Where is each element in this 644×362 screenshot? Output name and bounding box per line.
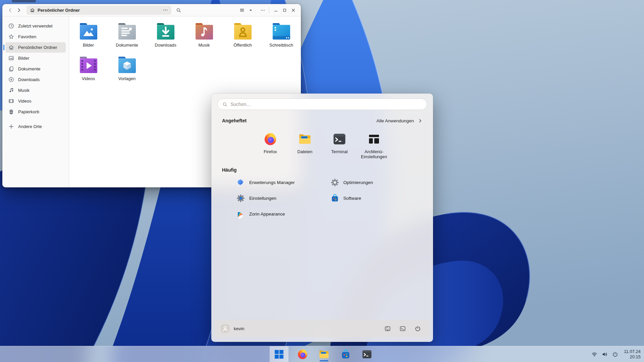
folder-icon-template xyxy=(117,56,138,74)
taskbar-clock[interactable]: 11.07.24 20:15 xyxy=(624,349,641,360)
sidebar-item-label: Zuletzt verwendet xyxy=(18,23,53,28)
sidebar-item-favoriten[interactable]: Favoriten xyxy=(5,32,66,42)
folder-icon-desktop xyxy=(271,22,292,41)
path-bar[interactable]: Persönlicher Ordner xyxy=(26,6,171,15)
chevron-right-icon xyxy=(418,119,422,123)
frequent-app-label: Optimierungen xyxy=(343,180,373,185)
gear-light-icon xyxy=(330,178,339,187)
files-button[interactable] xyxy=(384,325,391,332)
sidebar-item-label: Musik xyxy=(18,88,30,93)
folder-icon-image xyxy=(78,22,99,41)
pinned-app-terminal[interactable]: Terminal xyxy=(322,132,357,159)
arcmenu-icon xyxy=(367,132,381,146)
music-icon xyxy=(8,87,14,93)
folder-ffentlich[interactable]: Öffentlich xyxy=(226,22,260,55)
all-apps-button[interactable]: Alle Anwendungen xyxy=(376,118,422,123)
frequent-app-optimierungen[interactable]: Optimierungen xyxy=(325,177,419,188)
folder-dokumente[interactable]: Dokumente xyxy=(110,22,144,55)
taskbar[interactable]: 11.07.24 20:15 xyxy=(0,346,644,362)
titlebar[interactable]: Persönlicher Ordner xyxy=(2,4,301,16)
folder-label: Dokumente xyxy=(116,43,138,48)
power-icon xyxy=(415,325,421,332)
pinned-app-firefox[interactable]: Firefox xyxy=(253,132,288,159)
frequent-app-zorin-appearance[interactable]: Zorin Appearance xyxy=(231,208,325,220)
power-icon xyxy=(612,351,618,357)
pinned-app-label: Firefox xyxy=(264,149,277,154)
folder-bilder[interactable]: Bilder xyxy=(71,22,105,55)
folder-downloads[interactable]: Downloads xyxy=(149,22,182,55)
forward-icon[interactable] xyxy=(14,6,23,14)
power-button[interactable] xyxy=(415,325,421,332)
start-icon xyxy=(275,350,283,359)
firefox-icon xyxy=(297,349,308,360)
pinned-header: Angeheftet xyxy=(222,118,247,123)
minimize-icon[interactable] xyxy=(271,6,280,14)
terminal-button[interactable] xyxy=(399,325,406,332)
sidebar-item-musik[interactable]: Musik xyxy=(5,85,66,96)
taskbar-software[interactable] xyxy=(338,347,353,362)
files-app-icon xyxy=(318,349,330,360)
list-view-icon[interactable] xyxy=(237,6,246,14)
tray-icons xyxy=(591,351,618,357)
back-icon[interactable] xyxy=(6,6,14,14)
folder-icon-music xyxy=(194,22,215,41)
close-icon[interactable] xyxy=(289,6,298,14)
path-title: Persönlicher Ordner xyxy=(38,8,80,13)
menu-search-input[interactable] xyxy=(230,102,422,107)
running-indicator xyxy=(320,360,328,361)
home-icon xyxy=(8,45,14,50)
puzzle-icon xyxy=(236,178,245,187)
tray-power-button[interactable] xyxy=(612,351,618,357)
firefox-icon xyxy=(263,132,277,146)
menu-footer: kevin xyxy=(215,320,430,337)
sidebar-item-bilder[interactable]: Bilder xyxy=(5,53,66,63)
pinned-app-arcmen-einstellungen[interactable]: ArcMenü-Einstellungen xyxy=(357,132,391,159)
volume-icon xyxy=(602,351,608,357)
tray-time: 20:15 xyxy=(624,354,641,360)
taskbar-files[interactable] xyxy=(317,347,331,362)
system-tray[interactable]: 11.07.24 20:15 xyxy=(591,346,641,362)
maximize-icon[interactable] xyxy=(280,6,289,14)
sidebar-item-andere-orte[interactable]: Andere Orte xyxy=(5,121,66,132)
sidebar-item-zuletzt-verwendet[interactable]: Zuletzt verwendet xyxy=(5,21,66,31)
all-apps-label: Alle Anwendungen xyxy=(376,118,414,123)
tray-volume-button[interactable] xyxy=(602,351,608,357)
folder-label: Musik xyxy=(199,43,210,48)
tray-wifi-button[interactable] xyxy=(591,351,597,357)
user-button[interactable]: kevin xyxy=(221,324,245,333)
frequent-app-software[interactable]: Software xyxy=(325,193,419,204)
start-button[interactable] xyxy=(270,346,288,362)
sidebar-item-downloads[interactable]: Downloads xyxy=(5,74,66,85)
sidebar-item-videos[interactable]: Videos xyxy=(5,96,66,106)
folder-schreibtisch[interactable]: Schreibtisch xyxy=(264,22,298,55)
folder-label: Vorlagen xyxy=(118,76,136,81)
taskbar-terminal[interactable] xyxy=(360,347,374,362)
sidebar-item-pers-nlicher-ordner[interactable]: Persönlicher Ordner xyxy=(5,42,66,53)
view-options-caret-icon[interactable] xyxy=(246,6,255,14)
folder-label: Schreibtisch xyxy=(269,43,293,48)
image-icon xyxy=(8,55,14,61)
plus-icon xyxy=(8,124,14,129)
folder-vorlagen[interactable]: Vorlagen xyxy=(110,56,144,88)
folder-musik[interactable]: Musik xyxy=(187,22,221,55)
taskbar-items xyxy=(270,346,374,362)
sidebar-item-label: Videos xyxy=(18,99,32,104)
frequent-app-label: Erweiterungs Manager xyxy=(249,180,295,185)
pinned-app-dateien[interactable]: Dateien xyxy=(288,132,322,159)
window-menu-icon[interactable] xyxy=(258,6,267,14)
video-icon xyxy=(8,98,14,104)
sidebar-item-label: Favoriten xyxy=(18,34,36,39)
menu-search-bar[interactable] xyxy=(217,99,427,110)
software-icon xyxy=(330,194,339,203)
frequent-app-erweiterungs-manager[interactable]: Erweiterungs Manager xyxy=(231,177,325,188)
sidebar-item-dokumente[interactable]: Dokumente xyxy=(5,64,66,74)
search-icon[interactable] xyxy=(174,6,183,14)
sidebar: Zuletzt verwendetFavoritenPersönlicher O… xyxy=(2,16,69,187)
path-menu-icon[interactable] xyxy=(163,7,168,13)
folder-videos[interactable]: Videos xyxy=(71,56,105,88)
frequent-app-einstellungen[interactable]: Einstellungen xyxy=(231,193,325,204)
files-outline-icon xyxy=(384,325,391,332)
document-icon xyxy=(8,66,14,72)
sidebar-item-papierkorb[interactable]: Papierkorb xyxy=(5,107,66,117)
taskbar-firefox[interactable] xyxy=(295,347,310,362)
